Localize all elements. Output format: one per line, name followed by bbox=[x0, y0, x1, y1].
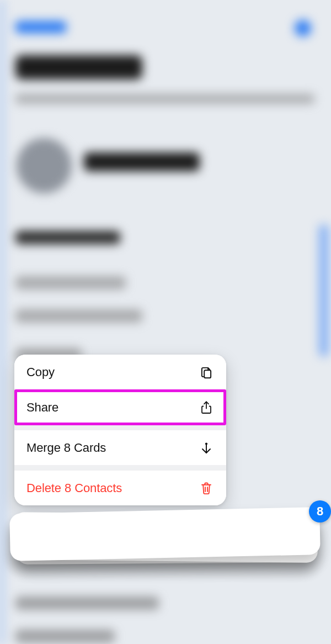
context-menu: Copy Share Merge 8 Cards bbox=[14, 355, 226, 505]
menu-item-share[interactable]: Share bbox=[14, 390, 226, 425]
svg-point-1 bbox=[205, 442, 207, 445]
stack-card bbox=[9, 507, 321, 561]
menu-item-merge[interactable]: Merge 8 Cards bbox=[14, 430, 226, 465]
menu-item-label: Share bbox=[26, 400, 58, 415]
selection-count-badge: 8 bbox=[309, 500, 331, 522]
merge-icon bbox=[199, 440, 214, 456]
menu-item-label: Delete 8 Contacts bbox=[26, 481, 122, 495]
share-icon bbox=[199, 400, 214, 415]
menu-item-label: Merge 8 Cards bbox=[26, 441, 106, 455]
selection-stack[interactable] bbox=[10, 510, 320, 561]
menu-item-delete[interactable]: Delete 8 Contacts bbox=[14, 471, 226, 505]
menu-item-copy[interactable]: Copy bbox=[14, 355, 226, 389]
menu-separator bbox=[14, 425, 226, 430]
trash-icon bbox=[199, 481, 214, 496]
menu-item-label: Copy bbox=[26, 365, 55, 379]
svg-rect-0 bbox=[204, 370, 211, 378]
menu-separator bbox=[14, 465, 226, 471]
copy-icon bbox=[199, 365, 214, 380]
